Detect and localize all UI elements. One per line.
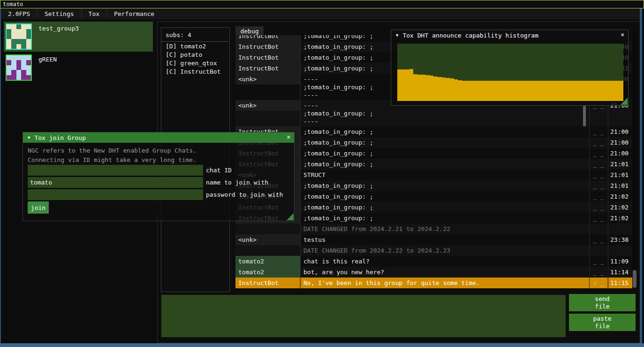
histogram-bar	[603, 81, 607, 101]
menu-item-settings[interactable]: Settings	[38, 8, 81, 19]
join-group-title: Tox join Group	[34, 134, 86, 141]
chat-row[interactable]: InstructBot;tomato_in_group: ;_ _21:02	[235, 191, 632, 202]
status-cell: d _	[589, 278, 608, 288]
histogram-bar	[433, 77, 438, 101]
histogram-bar	[494, 81, 499, 101]
close-icon[interactable]: ✕	[287, 133, 290, 140]
timestamp: 11:15	[608, 278, 632, 288]
sender-cell	[235, 245, 300, 256]
members-list: [D] tomato2[C] potato[C] green_qtox[C] I…	[161, 42, 229, 76]
menu-item-tox[interactable]: Tox	[82, 8, 106, 19]
join-name-label: name to join with	[206, 179, 268, 186]
timestamp: 21:01	[608, 159, 632, 170]
status-cell: _ _	[589, 159, 608, 170]
chat-row[interactable]: InstructBot;tomato_in_group: ;_ _21:00	[235, 137, 632, 148]
chat-row[interactable]: InstructBot;tomato_in_group: ;_ _21:02	[235, 213, 632, 224]
histogram-bar	[478, 81, 482, 101]
status-cell: _ _	[589, 267, 608, 278]
chat-row[interactable]: tomato2bot, are you new here?_ _11:14	[235, 267, 632, 278]
chat-row[interactable]: InstructBot;tomato_in_group: ;_ _21:01	[235, 159, 632, 170]
histogram-bar	[615, 81, 620, 101]
room-item-gREEN[interactable]: gREEN	[4, 53, 153, 83]
chat-row[interactable]: InstructBot;tomato_in_group: ;_ _21:00	[235, 126, 632, 137]
room-item-test_group3[interactable]: test_group3	[4, 22, 153, 52]
message-cell: ;tomato_in_group: ;	[300, 159, 589, 170]
status-cell: _ _	[589, 148, 608, 159]
tab-debug[interactable]: debug	[235, 26, 264, 36]
paste-file-button[interactable]: paste file	[569, 314, 636, 331]
room-name: test_group3	[38, 25, 79, 32]
histogram-bar	[474, 81, 478, 101]
member-item[interactable]: [D] tomato2	[161, 42, 229, 50]
close-icon[interactable]: ✕	[621, 31, 624, 38]
chat-row[interactable]: DATE CHANGED from 2024.2.21 to 2024.2.22	[235, 224, 632, 234]
histogram-titlebar[interactable]: ▼ Tox DHT announce capability histogram …	[391, 30, 628, 40]
chat-row[interactable]: <unk>STRUCT_ _21:01	[235, 170, 632, 180]
status-cell	[589, 224, 608, 234]
histogram-bar	[515, 81, 519, 101]
join-name-input[interactable]	[28, 177, 203, 188]
app-window: tomato 2.0FPSSettingsToxPerformance test…	[0, 0, 644, 347]
histogram-bar	[551, 81, 555, 101]
histogram-bar	[575, 81, 579, 101]
chat-id-input[interactable]	[28, 165, 203, 176]
histogram-bar	[486, 81, 490, 101]
chat-row[interactable]: tomato2chat is this real?_ _11:09	[235, 256, 632, 267]
window-titlebar[interactable]: tomato	[0, 0, 644, 8]
window-border-bottom	[0, 343, 644, 347]
chat-row[interactable]: InstructBot;tomato_in_group: ;_ _21:01	[235, 180, 632, 191]
chat-scrollbar[interactable]	[632, 31, 637, 289]
chat-row[interactable]: <unk>testus_ _23:38	[235, 234, 632, 245]
join-group-titlebar[interactable]: ▼ Tox join Group ✕	[23, 132, 294, 143]
chat-row[interactable]: InstructBotNo, I've been in this group f…	[235, 278, 632, 288]
resize-grip[interactable]	[621, 98, 628, 105]
sender-cell: InstructBot	[235, 35, 300, 41]
histogram-bar	[527, 81, 531, 101]
join-button[interactable]: join	[28, 201, 49, 214]
histogram-bar	[458, 80, 462, 101]
histogram-bar	[591, 81, 595, 101]
collapse-arrow-icon[interactable]: ▼	[391, 33, 402, 38]
collapse-arrow-icon[interactable]: ▼	[23, 135, 34, 140]
message-input[interactable]	[161, 295, 566, 337]
status-cell: _ _	[589, 191, 608, 202]
message-cell: bot, are you new here?	[300, 267, 589, 278]
histogram-bar	[466, 81, 470, 101]
histogram-bar	[446, 78, 450, 101]
chat-row[interactable]: DATE CHANGED from 2024.2.22 to 2024.2.23	[235, 245, 632, 256]
histogram-plot	[397, 44, 623, 101]
histogram-bar	[438, 77, 442, 101]
status-cell: _ _	[589, 126, 608, 137]
window-border-right	[640, 8, 642, 347]
room-avatar	[6, 23, 32, 50]
histogram-bar	[422, 75, 426, 101]
chat-scrollbar-thumb[interactable]	[633, 270, 636, 288]
timestamp: 21:01	[608, 170, 632, 180]
member-item[interactable]: [C] InstructBot	[161, 67, 229, 76]
sender-cell: <unk>	[235, 234, 300, 245]
message-cell-scrollbar-thumb[interactable]	[583, 106, 586, 126]
send-file-button[interactable]: send file	[569, 294, 636, 311]
chat-row[interactable]: InstructBot;tomato_in_group: ;_ _21:02	[235, 202, 632, 213]
timestamp: 21:00	[608, 137, 632, 148]
histogram-bar	[599, 81, 603, 101]
join-password-input[interactable]	[28, 189, 203, 200]
chat-row[interactable]: InstructBot;tomato_in_group: ;_ _21:00	[235, 148, 632, 159]
room-name: gREEN	[38, 56, 57, 63]
sender-cell: InstructBot	[235, 63, 300, 74]
histogram-bar	[518, 81, 523, 101]
member-item[interactable]: [C] potato	[161, 50, 229, 59]
message-cell: ;tomato_in_group: ;	[300, 202, 589, 213]
status-cell: _ _	[589, 202, 608, 213]
column-separator	[300, 35, 301, 289]
histogram-bar	[530, 81, 535, 101]
message-cell: ;tomato_in_group: ;	[300, 126, 589, 137]
menu-item-2-0fps: 2.0FPS	[1, 8, 37, 19]
histogram-bar	[506, 81, 510, 101]
resize-grip[interactable]	[287, 213, 294, 220]
message-cell: ;tomato_in_group: ;	[300, 191, 589, 202]
status-cell: _ _	[589, 180, 608, 191]
member-item[interactable]: [C] green_qtox	[161, 59, 229, 67]
menu-item-performance[interactable]: Performance	[107, 8, 161, 19]
timestamp	[608, 224, 632, 234]
